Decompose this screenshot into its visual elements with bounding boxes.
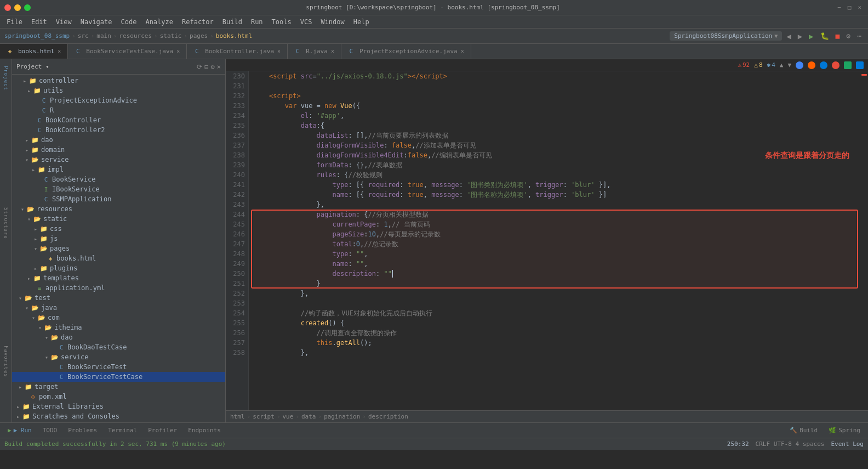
- menu-run[interactable]: Run: [247, 17, 267, 27]
- tree-item-pages[interactable]: ▾ 📂 pages: [12, 244, 225, 253]
- maximize-icon[interactable]: [24, 4, 31, 11]
- tab-projectexceptionadvice[interactable]: C ProjectExceptionAdvice.java ×: [341, 44, 471, 59]
- problems-btn[interactable]: Problems: [65, 426, 100, 435]
- build-bottom-btn[interactable]: 🔨 Build: [786, 426, 821, 435]
- menu-window[interactable]: Window: [316, 17, 349, 27]
- tree-item-bookservice[interactable]: C BookService: [12, 174, 225, 184]
- tree-item-com-test[interactable]: ▾ 📂 com: [12, 313, 225, 323]
- project-panel-toggle[interactable]: Project: [1, 61, 11, 94]
- breadcrumb-bottom-data[interactable]: data: [301, 413, 316, 420]
- error-count[interactable]: ⚠ 92: [738, 61, 750, 69]
- breadcrumb-src[interactable]: src: [78, 32, 89, 39]
- breadcrumb-project[interactable]: springboot_08_ssmp: [4, 32, 70, 39]
- breadcrumb-bottom-script[interactable]: script: [253, 413, 275, 420]
- tree-item-dao[interactable]: ▸ 📁 dao: [12, 135, 225, 145]
- sidebar-sync-icon[interactable]: ⟳: [197, 63, 202, 71]
- menu-vcs[interactable]: VCS: [296, 17, 317, 27]
- window-close-btn[interactable]: ×: [855, 4, 864, 11]
- tree-item-r[interactable]: C R: [12, 105, 225, 115]
- tree-item-js[interactable]: ▸ 📁 js: [12, 234, 225, 244]
- more-btn[interactable]: ⋯: [855, 31, 864, 41]
- tree-item-bookshtml[interactable]: ◈ books.html: [12, 253, 225, 263]
- tree-item-dao-test[interactable]: ▾ 📂 dao: [12, 332, 225, 342]
- tree-item-impl[interactable]: ▸ 📁 impl: [12, 165, 225, 174]
- window-controls[interactable]: [4, 4, 31, 11]
- run-bottom-btn[interactable]: ▶ ▶ Run: [4, 426, 35, 435]
- sidebar-collapse-icon[interactable]: ⊟: [204, 63, 208, 71]
- breadcrumb-bottom-pagination[interactable]: pagination: [324, 413, 360, 420]
- tab-bookservice-testcase[interactable]: C BookServiceTestCase.java ×: [68, 44, 187, 59]
- todo-btn[interactable]: TODO: [39, 426, 61, 435]
- tree-item-utils[interactable]: ▸ 📁 utils: [12, 86, 225, 95]
- tab-close-books-html[interactable]: ×: [56, 48, 62, 55]
- breadcrumb-bottom-description[interactable]: description: [368, 413, 408, 420]
- tree-item-target[interactable]: ▸ 📁 target: [12, 382, 225, 392]
- tab-close-projectexceptionadvice[interactable]: ×: [460, 48, 465, 55]
- tree-item-bookdaotestcase[interactable]: C BookDaoTestCase: [12, 342, 225, 352]
- tree-item-resources[interactable]: ▾ 📂 resources: [12, 204, 225, 214]
- settings-btn[interactable]: ⚙: [844, 31, 853, 41]
- tab-close-bookcontroller[interactable]: ×: [276, 48, 282, 55]
- tab-close-bookservice-testcase[interactable]: ×: [175, 48, 181, 55]
- terminal-btn[interactable]: Terminal: [105, 426, 140, 435]
- breadcrumb-main[interactable]: main: [96, 32, 111, 39]
- tree-item-pomxml[interactable]: ⚙ pom.xml: [12, 392, 225, 402]
- menu-edit[interactable]: Edit: [27, 17, 52, 27]
- tree-item-itheima[interactable]: ▾ 📂 itheima: [12, 323, 225, 332]
- menu-build[interactable]: Build: [218, 17, 247, 27]
- spring-bottom-btn[interactable]: 🌿 Spring: [825, 426, 864, 435]
- tree-item-bookservicetestcase[interactable]: C BookServiceTestCase: [12, 372, 225, 382]
- tree-item-bookservicetest[interactable]: C BookServiceTest: [12, 362, 225, 372]
- sidebar-settings-icon[interactable]: ⚙: [211, 63, 215, 71]
- edge-icon[interactable]: [820, 61, 827, 69]
- breadcrumb-pages[interactable]: pages: [190, 32, 208, 39]
- tree-item-projectexceptionadvice[interactable]: C ProjectExceptionAdvice: [12, 95, 225, 105]
- nav-up-icon[interactable]: ▲: [780, 61, 784, 69]
- event-log-label[interactable]: Event Log: [831, 440, 864, 448]
- ie-icon[interactable]: [856, 61, 864, 69]
- window-restore-btn[interactable]: □: [846, 4, 854, 11]
- run-back-btn[interactable]: ◀: [784, 31, 793, 42]
- run-forward-btn[interactable]: ▶: [796, 31, 804, 42]
- breadcrumb-bottom-html[interactable]: html: [230, 413, 245, 420]
- nav-down-icon[interactable]: ▼: [787, 61, 791, 69]
- debug-btn[interactable]: 🐛: [818, 31, 831, 41]
- breadcrumb-static[interactable]: static: [160, 32, 182, 39]
- tab-close-r-java[interactable]: ×: [330, 48, 335, 55]
- breadcrumb-bookshtml[interactable]: books.html: [216, 32, 252, 39]
- stop-btn[interactable]: ■: [833, 31, 842, 41]
- tree-item-css[interactable]: ▸ 📁 css: [12, 224, 225, 234]
- menu-help[interactable]: Help: [349, 17, 374, 27]
- code-editor[interactable]: <script src="../js/axios-0.18.0.js"></sc…: [249, 71, 860, 410]
- tree-item-controller[interactable]: ▸ 📁 controller: [12, 76, 225, 86]
- window-actions[interactable]: − □ ×: [835, 4, 864, 11]
- structure-panel-toggle[interactable]: Structure: [1, 210, 11, 237]
- tree-item-plugins[interactable]: ▸ 📁 plugins: [12, 263, 225, 273]
- menu-navigate[interactable]: Navigate: [76, 17, 117, 27]
- right-indicator[interactable]: [860, 71, 868, 410]
- breadcrumb-bottom-vue[interactable]: vue: [283, 413, 294, 420]
- tree-item-test[interactable]: ▾ 📂 test: [12, 293, 225, 303]
- tab-r-java[interactable]: C R.java ×: [288, 44, 341, 59]
- tree-item-service-test[interactable]: ▾ 📂 service: [12, 352, 225, 362]
- endpoints-btn[interactable]: Endpoints: [185, 426, 224, 435]
- breadcrumb-resources[interactable]: resources: [119, 32, 152, 39]
- tree-item-static[interactable]: ▾ 📂 static: [12, 214, 225, 224]
- menu-tools[interactable]: Tools: [267, 17, 296, 27]
- chrome-icon[interactable]: [796, 61, 803, 69]
- menu-code[interactable]: Code: [117, 17, 141, 27]
- tree-item-java-test[interactable]: ▾ 📂 java: [12, 303, 225, 313]
- tab-bookcontroller[interactable]: C BookController.java ×: [187, 44, 288, 59]
- favorites-panel-toggle[interactable]: Favorites: [1, 348, 11, 375]
- tree-item-domain[interactable]: ▸ 📁 domain: [12, 145, 225, 155]
- safari-icon[interactable]: [844, 61, 852, 69]
- profiler-btn[interactable]: Profiler: [145, 426, 180, 435]
- info-count[interactable]: ✱ 4: [767, 61, 775, 69]
- tree-item-ssmpapp[interactable]: C SSMPApplication: [12, 194, 225, 204]
- run-config-selector[interactable]: Springboot08SsmpApplication ▼: [670, 31, 782, 41]
- tree-item-bookcontroller2[interactable]: C BookController2: [12, 125, 225, 135]
- tree-item-scratches[interactable]: ▸ 📁 Scratches and Consoles: [12, 411, 225, 421]
- menu-refactor[interactable]: Refactor: [178, 17, 218, 27]
- opera-icon[interactable]: [832, 61, 840, 69]
- window-minimize-btn[interactable]: −: [835, 4, 843, 11]
